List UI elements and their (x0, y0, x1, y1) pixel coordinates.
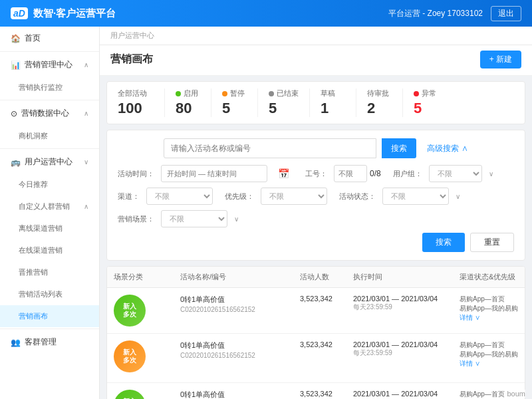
stat-active-label: 启用 (176, 88, 198, 98)
td-name-3: 0转1单高价值 C0202010261516562152 (174, 390, 293, 399)
td-scene-1: 新入多次 (107, 295, 174, 327)
search-top: 搜索 高级搜索 ∧ (118, 138, 514, 158)
sidebar-item-offline-channel[interactable]: 离线渠道营销 (0, 217, 99, 239)
sidebar-item-custom-crowd[interactable]: 自定义人群营销 ∧ (0, 196, 99, 217)
td-channel-2: 易购App—首页 易购App—我的易购 详情 ∨ (453, 340, 525, 368)
chevron-user-group: ∨ (489, 170, 493, 178)
sidebar-item-push-marketing[interactable]: 晋推营销 (0, 261, 99, 283)
stat-error-dot (414, 91, 419, 96)
td-scene-2: 新入多次 (107, 340, 174, 372)
logout-button[interactable]: 退出 (491, 6, 521, 21)
watermark: boum (507, 390, 525, 398)
advanced-search-toggle[interactable]: 高级搜索 ∧ (427, 143, 467, 154)
sidebar-item-campaign-list[interactable]: 营销活动列表 (0, 283, 99, 305)
sidebar-customer-mgmt-label: 客群管理 (25, 336, 57, 348)
user-ops-icon: 🚌 (11, 158, 21, 167)
filter-channel-select[interactable]: 不限 (146, 188, 213, 205)
filter-time-label: 活动时间： (118, 169, 154, 179)
home-icon: 🏠 (11, 34, 21, 43)
sidebar-user-ops-label: 用户运营中心 (25, 156, 72, 168)
platform-title: 数智·客户运营平台 (33, 7, 116, 20)
new-button[interactable]: + 新建 (480, 51, 521, 68)
filter-scene-select[interactable]: 不限 (161, 210, 227, 227)
sidebar-business-insight-label: 商机洞察 (19, 131, 48, 141)
stat-ended-value: 5 (269, 100, 277, 117)
stat-pending-label: 待审批 (367, 88, 389, 98)
stat-all: 全部活动 100 (118, 88, 164, 117)
stat-draft: 草稿 1 (309, 88, 356, 117)
stat-pause-value: 5 (222, 100, 230, 117)
td-count-1: 3,523,342 (293, 295, 346, 303)
table-row: 新入多次 0转1单高价值 C0202010261516562152 3,523,… (107, 383, 525, 399)
stats-bar: 全部活动 100 启用 80 暂停 5 已结束 (106, 81, 525, 124)
sidebar-item-marketing-data[interactable]: ⊙ 营销数据中心 ∧ (0, 102, 99, 125)
data-icon: ⊙ (11, 109, 17, 118)
sidebar-item-customer-mgmt[interactable]: 👥 客群管理 (0, 331, 99, 354)
td-count-3: 3,523,342 (293, 390, 346, 398)
stat-active: 启用 80 (164, 88, 211, 117)
sidebar-item-business-insight[interactable]: 商机洞察 (0, 125, 99, 147)
td-scene-3: 新入多次 (107, 390, 174, 399)
filter-activity-status-select[interactable]: 不限 (382, 188, 449, 205)
activity-name-2: 0转1单高价值 (180, 340, 287, 350)
filter-channel-label: 渠道： (118, 192, 140, 201)
filter-user-group-label: 用户组： (393, 169, 422, 179)
campaign-badge-2: 新入多次 (114, 340, 146, 372)
breadcrumb-text: 用户运营中心 (110, 31, 154, 39)
filter-row-2: 渠道： 不限 优先级： 不限 活动状态： 不限 ∨ (118, 188, 514, 205)
platform-user: 平台运营 - Zoey 17033102 (388, 8, 483, 19)
chevron-icon-2: ∧ (84, 110, 88, 117)
badge-text-1: 新入多次 (123, 303, 136, 319)
customer-icon: 👥 (11, 338, 21, 347)
th-scene: 场景分类 (107, 272, 174, 282)
channel-main-2: 易购App—首页 (460, 340, 525, 350)
channel-sub-1: 易购App—我的易购 (460, 304, 525, 313)
filter-search-button[interactable]: 搜索 (422, 233, 465, 252)
td-channel-1: 易购App—首页 易购App—我的易购 详情 ∨ (453, 295, 525, 323)
campaign-badge-1: 新入多次 (114, 295, 146, 327)
sidebar-item-marketing-exec[interactable]: 营销执行监控 (0, 76, 99, 98)
sidebar-item-home[interactable]: 🏠 首页 (0, 27, 99, 50)
stat-pause-label: 暂停 (222, 88, 245, 98)
breadcrumb: 用户运营中心 (100, 27, 532, 45)
filter-scene-label: 营销场景： (118, 214, 154, 224)
sidebar-marketing-data-label: 营销数据中心 (21, 108, 69, 119)
badge-text-2: 新入多次 (123, 348, 136, 364)
search-button[interactable]: 搜索 (382, 138, 416, 158)
stat-error: 异常 5 (402, 88, 449, 117)
stat-pause: 暂停 5 (211, 88, 257, 117)
table-row: 新入多次 0转1单高价值 C0202010261516562152 3,523,… (107, 288, 525, 334)
workload-input[interactable] (334, 165, 367, 182)
channel-expand-1[interactable]: 详情 ∨ (460, 313, 525, 323)
filter-user-group-select[interactable]: 不限 (429, 165, 482, 182)
search-input[interactable] (164, 138, 376, 158)
filter-priority-select[interactable]: 不限 (261, 188, 327, 205)
channel-sub-2: 易购App—我的易购 (460, 350, 525, 359)
sidebar-campaign-list-label: 营销活动列表 (19, 289, 63, 299)
stat-pending: 待审批 2 (356, 88, 402, 117)
stat-all-label: 全部活动 (118, 88, 147, 98)
td-name-1: 0转1单高价值 C0202010261516562152 (174, 295, 293, 313)
stat-pending-value: 2 (367, 100, 375, 117)
table-area: 场景分类 活动名称/编号 活动人数 执行时间 渠道状态&优先级 活动状态 操作 … (106, 266, 525, 399)
chevron-icon: ∧ (84, 61, 88, 68)
chevron-scene: ∨ (234, 215, 239, 223)
header: aD 数智·客户运营平台 平台运营 - Zoey 17033102 退出 (0, 0, 532, 27)
sidebar-item-today-recommend[interactable]: 今日推荐 (0, 174, 99, 196)
sidebar: 🏠 首页 📊 营销管理中心 ∧ 营销执行监控 ⊙ 营销数据中心 ∧ 商机洞察 🚌… (0, 27, 100, 399)
filter-date-input[interactable] (161, 165, 267, 182)
channel-expand-2[interactable]: 详情 ∨ (460, 359, 525, 368)
sidebar-item-user-ops[interactable]: 🚌 用户运营中心 ∨ (0, 150, 99, 174)
chevron-icon-3: ∨ (84, 158, 88, 166)
sidebar-item-marketing-mgmt[interactable]: 📊 营销管理中心 ∧ (0, 53, 99, 76)
sidebar-custom-crowd-label: 自定义人群营销 (19, 201, 70, 211)
stat-ended: 已结束 5 (257, 88, 309, 117)
stat-draft-label: 草稿 (321, 88, 335, 98)
filter-reset-button[interactable]: 重置 (470, 233, 514, 252)
activity-name-1: 0转1单高价值 (180, 295, 287, 305)
activity-code-2: C0202010261516562152 (180, 352, 287, 359)
td-time-3: 2021/03/01 — 2021/03/04 每天23:59:59 (346, 390, 453, 399)
sidebar-item-campaign-canvas[interactable]: 营销画布 (0, 305, 99, 327)
sidebar-item-online-channel[interactable]: 在线渠道营销 (0, 239, 99, 261)
search-actions: 搜索 重置 (118, 233, 514, 252)
